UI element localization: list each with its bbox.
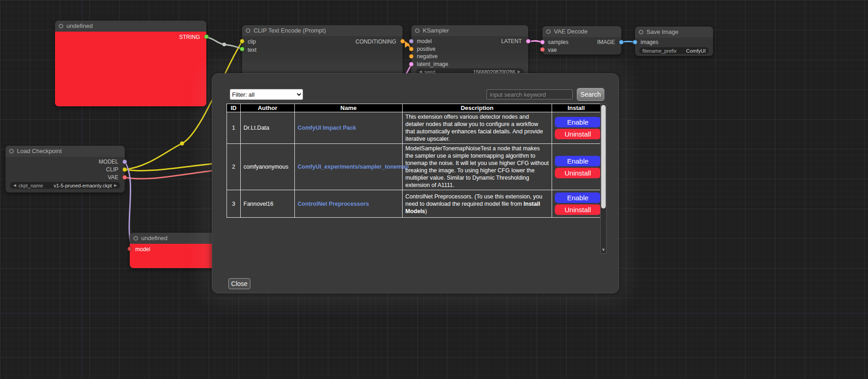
table-header-row: ID Author Name Description Install (227, 104, 601, 112)
cell-id: 2 (227, 144, 241, 190)
enable-button[interactable]: Enable (555, 192, 601, 203)
node-title: Load Checkpoint (17, 148, 62, 154)
output-conditioning-port[interactable] (400, 39, 405, 44)
extension-row: 1 Dr.Lt.Data ComfyUI Impact Pack This ex… (227, 112, 601, 144)
output-string-label: STRING (179, 33, 200, 41)
collapse-dot-icon[interactable] (246, 28, 250, 33)
input-model-port[interactable] (409, 39, 414, 44)
canvas-origin-horizontal-line (0, 313, 868, 313)
collapse-dot-icon[interactable] (9, 149, 14, 154)
output-conditioning-label: CONDITIONING (355, 38, 396, 45)
ckpt-name-label: ckpt_name (18, 183, 43, 188)
node-ksampler[interactable]: KSampler model positive negative latent_… (411, 25, 528, 78)
extension-link[interactable]: ComfyUI_experiments/sampler_tonemap (298, 164, 409, 170)
input-images-label: images (641, 38, 658, 46)
input-latent-image-port[interactable] (409, 62, 414, 66)
node-title-bar[interactable]: KSampler (411, 25, 528, 36)
collapse-dot-icon[interactable] (639, 30, 643, 34)
cell-install: Enable Uninstall (552, 144, 601, 190)
output-clip-port[interactable] (122, 167, 127, 172)
node-title-bar[interactable]: Load Checkpoint (6, 146, 125, 157)
extension-link[interactable]: ComfyUI Impact Pack (298, 125, 356, 131)
output-image-label: IMAGE (597, 38, 615, 46)
node-title-bar[interactable]: CLIP Text Encode (Prompt) (242, 25, 403, 36)
header-id: ID (227, 104, 241, 112)
ckpt-name-value: v1-5-pruned-emaonly.ckpt (54, 183, 112, 188)
node-title-bar[interactable]: undefined (55, 21, 206, 32)
output-latent-port[interactable] (526, 39, 531, 44)
search-button[interactable]: Search (577, 88, 604, 101)
extension-list: ID Author Name Description Install 1 Dr.… (227, 104, 607, 254)
input-images-port[interactable] (633, 40, 637, 44)
cell-description: ModelSamplerTonemapNoiseTest a node that… (403, 144, 552, 190)
node-title-bar[interactable]: Save Image (635, 27, 713, 38)
header-name: Name (295, 104, 403, 112)
cell-install: Enable Uninstall (552, 190, 601, 218)
header-install: Install (552, 104, 601, 112)
input-vae-port[interactable] (540, 47, 545, 52)
input-clip-port[interactable] (240, 39, 244, 44)
node-title: VAE Decode (554, 28, 587, 35)
output-model-label: MODEL (99, 158, 118, 165)
previous-arrow-icon[interactable]: ◀ (13, 182, 16, 189)
input-model-port[interactable] (127, 247, 132, 251)
input-model-label: model (135, 246, 150, 253)
scrollbar-thumb[interactable] (601, 105, 606, 209)
input-latent-image-label: latent_image (417, 60, 448, 68)
node-body (55, 32, 206, 106)
close-button[interactable]: Close (228, 278, 250, 289)
filter-select[interactable]: Filter: all (230, 89, 303, 100)
uninstall-button[interactable]: Uninstall (555, 168, 601, 178)
next-arrow-icon[interactable]: ▶ (114, 182, 117, 189)
node-vae-decode[interactable]: VAE Decode samples vae IMAGE (542, 26, 621, 55)
search-input[interactable] (487, 89, 573, 99)
input-positive-port[interactable] (409, 47, 414, 51)
extension-row: 2 comfyanonymous ComfyUI_experiments/sam… (227, 144, 601, 190)
output-model-port[interactable] (122, 159, 127, 164)
cell-id: 3 (227, 190, 241, 218)
input-model-label: model (417, 38, 432, 45)
uninstall-button[interactable]: Uninstall (555, 129, 601, 139)
output-vae-label: VAE (108, 174, 118, 181)
enable-button[interactable]: Enable (555, 117, 601, 127)
cell-id: 1 (227, 112, 241, 144)
input-text-label: text (248, 46, 256, 54)
extension-row: 3 Fannovel16 ControlNet Preprocessors Co… (227, 190, 601, 218)
node-undefined-top[interactable]: undefined STRING (55, 21, 206, 106)
extension-table: ID Author Name Description Install 1 Dr.… (227, 104, 601, 218)
cell-author: Dr.Lt.Data (241, 112, 295, 144)
extension-table-body: 1 Dr.Lt.Data ComfyUI Impact Pack This ex… (227, 112, 601, 218)
uninstall-button[interactable]: Uninstall (555, 204, 601, 215)
header-author: Author (241, 104, 295, 112)
input-text-port[interactable] (240, 47, 244, 51)
collapse-dot-icon[interactable] (133, 236, 138, 241)
cell-author: Fannovel16 (241, 190, 295, 218)
output-image-port[interactable] (619, 40, 624, 44)
header-description: Description (403, 104, 552, 112)
node-title: undefined (66, 22, 93, 29)
node-title: KSampler (423, 27, 449, 34)
ckpt-name-widget[interactable]: ◀ ckpt_name v1-5-pruned-emaonly.ckpt ▶ (10, 182, 120, 189)
input-negative-port[interactable] (409, 54, 414, 59)
output-latent-label: LATENT (501, 38, 522, 45)
input-samples-port[interactable] (540, 40, 545, 44)
scrollbar[interactable]: ▼ (600, 104, 607, 254)
output-string-port[interactable] (204, 34, 209, 39)
node-title: CLIP Text Encode (Prompt) (254, 27, 326, 34)
enable-button[interactable]: Enable (555, 156, 601, 166)
collapse-dot-icon[interactable] (415, 28, 420, 33)
extension-link[interactable]: ControlNet Preprocessors (298, 201, 369, 207)
filename-prefix-value: ComfyUI (686, 48, 706, 54)
comfyui-manager-dialog: Filter: all Search ID Author Name Descri… (212, 73, 619, 293)
scroll-down-icon[interactable]: ▼ (601, 247, 606, 253)
filename-prefix-widget[interactable]: filename_prefix ComfyUI (639, 47, 709, 54)
cell-author: comfyanonymous (241, 144, 295, 190)
output-vae-port[interactable] (122, 175, 127, 180)
collapse-dot-icon[interactable] (59, 24, 63, 28)
node-save-image[interactable]: Save Image images filename_prefix ComfyU… (635, 27, 713, 56)
collapse-dot-icon[interactable] (546, 29, 551, 34)
node-title: Save Image (647, 28, 678, 35)
input-samples-label: samples (548, 38, 569, 46)
node-title-bar[interactable]: VAE Decode (542, 26, 621, 37)
node-load-checkpoint[interactable]: Load Checkpoint MODEL CLIP VAE ◀ ckpt_na… (6, 146, 125, 192)
